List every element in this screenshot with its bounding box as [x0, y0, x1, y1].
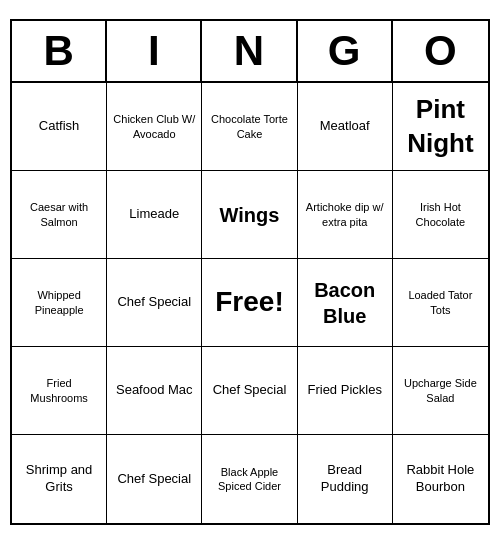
- bingo-cell-15: Fried Mushrooms: [12, 347, 107, 435]
- bingo-cell-7: Wings: [202, 171, 297, 259]
- header-n: N: [202, 21, 297, 81]
- bingo-cell-20: Shrimp and Grits: [12, 435, 107, 523]
- bingo-cell-19: Upcharge Side Salad: [393, 347, 488, 435]
- bingo-cell-2: Chocolate Torte Cake: [202, 83, 297, 171]
- bingo-cell-23: Bread Pudding: [298, 435, 393, 523]
- header-b: B: [12, 21, 107, 81]
- bingo-cell-1: Chicken Club W/ Avocado: [107, 83, 202, 171]
- bingo-cell-9: Irish Hot Chocolate: [393, 171, 488, 259]
- bingo-cell-12: Free!: [202, 259, 297, 347]
- bingo-cell-3: Meatloaf: [298, 83, 393, 171]
- bingo-grid: CatfishChicken Club W/ AvocadoChocolate …: [12, 83, 488, 523]
- bingo-cell-14: Loaded Tator Tots: [393, 259, 488, 347]
- bingo-cell-4: Pint Night: [393, 83, 488, 171]
- bingo-cell-11: Chef Special: [107, 259, 202, 347]
- bingo-cell-22: Black Apple Spiced Cider: [202, 435, 297, 523]
- bingo-card: B I N G O CatfishChicken Club W/ Avocado…: [10, 19, 490, 525]
- header-i: I: [107, 21, 202, 81]
- bingo-cell-8: Artichoke dip w/ extra pita: [298, 171, 393, 259]
- bingo-cell-6: Limeade: [107, 171, 202, 259]
- bingo-cell-21: Chef Special: [107, 435, 202, 523]
- bingo-cell-16: Seafood Mac: [107, 347, 202, 435]
- bingo-cell-0: Catfish: [12, 83, 107, 171]
- bingo-header: B I N G O: [12, 21, 488, 83]
- header-o: O: [393, 21, 488, 81]
- bingo-cell-10: Whipped Pineapple: [12, 259, 107, 347]
- bingo-cell-24: Rabbit Hole Bourbon: [393, 435, 488, 523]
- bingo-cell-18: Fried Pickles: [298, 347, 393, 435]
- bingo-cell-5: Caesar with Salmon: [12, 171, 107, 259]
- bingo-cell-17: Chef Special: [202, 347, 297, 435]
- header-g: G: [298, 21, 393, 81]
- bingo-cell-13: Bacon Blue: [298, 259, 393, 347]
